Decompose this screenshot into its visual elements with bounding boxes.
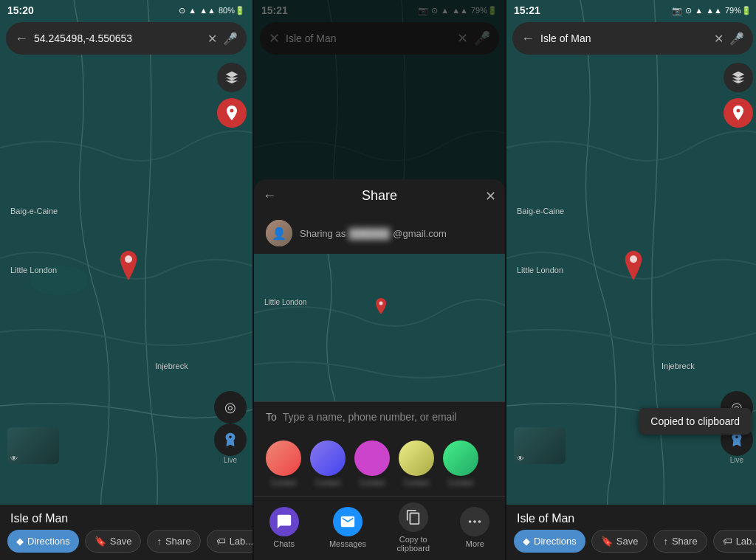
save-icon: 🔖 bbox=[94, 536, 106, 547]
battery-icon-r: 79%🔋 bbox=[725, 6, 752, 15]
hide-label: 👁 bbox=[10, 454, 18, 463]
copy-label: Copy toclipboard bbox=[396, 535, 430, 553]
search-text-right: Isle of Man bbox=[540, 32, 708, 44]
place-name-right: Isle of Man bbox=[506, 505, 756, 530]
contact-item-1[interactable]: Contact bbox=[266, 440, 301, 487]
nav-chats[interactable]: Chats bbox=[269, 507, 299, 548]
place-label-london: Little London bbox=[10, 266, 57, 274]
nav-copy[interactable]: Copy toclipboard bbox=[396, 502, 430, 553]
contact-name-1: Contact bbox=[271, 479, 296, 487]
back-arrow-icon-r[interactable]: ← bbox=[521, 31, 535, 46]
share-icon-r: ↑ bbox=[663, 536, 668, 547]
live-label-left: Live bbox=[224, 456, 237, 464]
save-button-left[interactable]: 🔖 Save bbox=[85, 530, 142, 553]
layers-button[interactable] bbox=[217, 63, 247, 92]
map-pin-right bbox=[622, 251, 645, 283]
live-label-right: Live bbox=[730, 456, 743, 464]
contact-avatar-5 bbox=[443, 440, 478, 476]
share-button-right[interactable]: ↑ Share bbox=[653, 530, 707, 553]
sharing-as-row: 👤 Sharing as ██████ @gmail.com bbox=[254, 212, 505, 254]
nav-messages[interactable]: Messages bbox=[329, 507, 366, 548]
save-icon-r: 🔖 bbox=[601, 536, 613, 547]
clear-search-icon-r[interactable]: ✕ bbox=[714, 32, 724, 46]
svg-point-8 bbox=[473, 520, 476, 523]
to-input[interactable]: Type a name, phone number, or email bbox=[283, 411, 457, 423]
contact-name-2: Contact bbox=[315, 479, 340, 487]
messages-label: Messages bbox=[329, 539, 366, 548]
location-icon-r: ⊙ bbox=[685, 6, 692, 15]
contact-name-3: Contact bbox=[360, 479, 385, 487]
place-name-left: Isle of Man bbox=[0, 505, 252, 530]
voice-search-icon[interactable]: 🎤 bbox=[223, 32, 238, 46]
svg-point-7 bbox=[469, 520, 472, 523]
voice-search-icon-r[interactable]: 🎤 bbox=[729, 32, 744, 46]
status-icons-right: 📷 ⊙ ▲ ▲▲ 79%🔋 bbox=[672, 6, 752, 15]
back-arrow-icon[interactable]: ← bbox=[15, 31, 28, 46]
contact-avatar-1 bbox=[266, 440, 301, 476]
toast-text: Copied to clipboard bbox=[650, 415, 740, 427]
sharing-as-blurred: ██████ bbox=[349, 228, 390, 239]
share-back-button[interactable]: ← bbox=[263, 188, 276, 204]
directions-icon-r: ◆ bbox=[523, 536, 530, 547]
status-icons-left: ⊙ ▲ ▲▲ 80%🔋 bbox=[179, 6, 245, 15]
label-button-left[interactable]: 🏷 Lab... bbox=[207, 530, 252, 553]
place-label-preview: Little London bbox=[264, 298, 306, 306]
svg-point-2 bbox=[125, 255, 132, 263]
contact-avatar-4 bbox=[399, 440, 434, 476]
battery-icon: 80%🔋 bbox=[219, 6, 245, 15]
label-icon: 🏷 bbox=[216, 536, 226, 547]
place-label-london-r: Little London bbox=[517, 266, 563, 274]
place-label-caine-r: Baig-e-Caine bbox=[517, 207, 564, 215]
contact-item-2[interactable]: Contact bbox=[310, 440, 346, 487]
live-button-left[interactable]: Live bbox=[214, 424, 247, 464]
status-bar-right: 15:21 📷 ⊙ ▲ ▲▲ 79%🔋 bbox=[506, 0, 756, 21]
place-label-caine: Baig-e-Caine bbox=[10, 207, 58, 215]
panel-left: 15:20 ⊙ ▲ ▲▲ 80%🔋 ← 54.245498,-4.550653 … bbox=[0, 0, 252, 560]
directions-button-right[interactable]: ◆ Directions bbox=[514, 530, 585, 553]
status-time-right: 15:21 bbox=[514, 4, 540, 16]
share-title: Share bbox=[362, 188, 397, 204]
signal-icon-r: ▲▲ bbox=[706, 6, 722, 15]
share-header: ← Share ✕ bbox=[254, 179, 505, 212]
location-pin-button-right[interactable] bbox=[724, 98, 753, 128]
share-close-button[interactable]: ✕ bbox=[485, 188, 496, 204]
location-pin-button[interactable] bbox=[217, 98, 247, 128]
panel-middle: 15:21 📷 ⊙ ▲ ▲▲ 79%🔋 ✕ Isle of Man ✕ 🎤 Ba… bbox=[254, 0, 505, 560]
share-sheet: ← Share ✕ 👤 Sharing as ██████ @gmail.com bbox=[254, 179, 505, 560]
share-button-left[interactable]: ↑ Share bbox=[147, 530, 200, 553]
contacts-row: Contact Contact Contact Contact Contact bbox=[254, 432, 505, 496]
directions-button-left[interactable]: ◆ Directions bbox=[7, 530, 79, 553]
save-button-right[interactable]: 🔖 Save bbox=[591, 530, 648, 553]
bottom-bar-left: Isle of Man ◆ Directions 🔖 Save ↑ Share … bbox=[0, 505, 252, 560]
action-buttons-left: ◆ Directions 🔖 Save ↑ Share 🏷 Lab... bbox=[0, 530, 252, 560]
contact-item-5[interactable]: Contact bbox=[443, 440, 478, 487]
search-text-left: 54.245498,-4.550653 bbox=[34, 32, 202, 44]
status-bar-left: 15:20 ⊙ ▲ ▲▲ 80%🔋 bbox=[0, 0, 252, 21]
status-time-left: 15:20 bbox=[7, 4, 34, 16]
label-button-right[interactable]: 🏷 Lab... bbox=[713, 530, 756, 553]
clipboard-toast: Copied to clipboard bbox=[639, 408, 752, 435]
copy-icon bbox=[399, 502, 428, 532]
hide-label-r: 👁 bbox=[517, 454, 524, 463]
panel-right: 15:21 📷 ⊙ ▲ ▲▲ 79%🔋 ← Isle of Man ✕ 🎤 Ba… bbox=[506, 0, 756, 560]
contact-item-3[interactable]: Contact bbox=[354, 440, 390, 487]
clear-search-icon[interactable]: ✕ bbox=[207, 32, 217, 46]
search-bar-right[interactable]: ← Isle of Man ✕ 🎤 bbox=[512, 22, 753, 55]
layers-button-right[interactable] bbox=[724, 63, 753, 92]
sharing-as-label: Sharing as bbox=[300, 228, 346, 239]
contact-item-4[interactable]: Contact bbox=[399, 440, 434, 487]
more-label: More bbox=[466, 539, 484, 548]
action-buttons-right: ◆ Directions 🔖 Save ↑ Share 🏷 Lab... bbox=[506, 530, 756, 560]
label-icon-r: 🏷 bbox=[723, 536, 732, 547]
nav-more[interactable]: More bbox=[460, 507, 489, 548]
search-bar-left[interactable]: ← 54.245498,-4.550653 ✕ 🎤 bbox=[6, 22, 247, 55]
contact-name-5: Contact bbox=[448, 479, 473, 487]
contact-avatar-3 bbox=[354, 440, 390, 476]
compass-button-left[interactable]: ◎ bbox=[214, 391, 247, 424]
bottom-bar-right: Isle of Man ◆ Directions 🔖 Save ↑ Share … bbox=[506, 505, 756, 560]
to-field[interactable]: To Type a name, phone number, or email bbox=[254, 401, 505, 432]
map-thumbnail-right: 👁 bbox=[514, 427, 566, 464]
svg-point-9 bbox=[478, 520, 481, 523]
place-label-injebreck-r: Injebreck bbox=[662, 362, 695, 370]
wifi-icon-r: ▲ bbox=[695, 6, 703, 15]
